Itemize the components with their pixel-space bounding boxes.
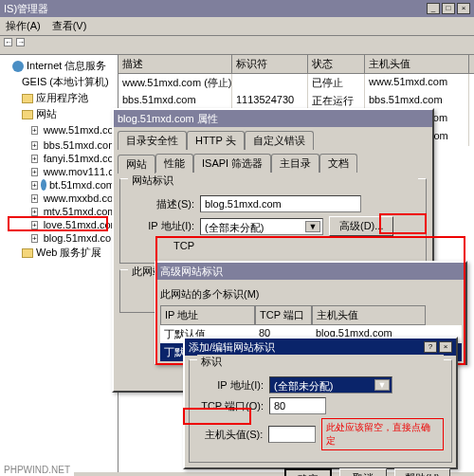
menu-view[interactable]: 查看(V) [52,19,87,33]
adv-table-head: IP 地址 TCP 端口 主机头值 [160,305,462,325]
tree-site[interactable]: +www.mov111.com [3,165,115,178]
expand-icon[interactable]: + [31,126,38,135]
ip-label: IP 地址(I): [128,219,194,233]
tree-pane: Internet 信息服务 GEIS (本地计算机) 应用程序池 网站 +www… [0,55,118,472]
tab-perf[interactable]: 性能 [155,154,193,173]
close-button[interactable]: × [457,3,470,14]
add-ip-label: IP 地址(I): [197,378,264,393]
annotation-note: 此处应该留空，直接点确定 [321,418,444,450]
globe-icon [12,61,24,72]
cancel-button[interactable]: 取消 [339,468,387,476]
col-status[interactable]: 状态 [308,55,365,73]
ip-select[interactable]: (全部未分配) [200,218,323,235]
toolbar-fwd-icon[interactable]: → [16,38,25,46]
tab-security[interactable]: 目录安全性 [118,131,187,150]
watermark: PHPWIND.NET [0,464,74,476]
tree-host[interactable]: GEIS (本地计算机) [3,74,115,90]
col-ip[interactable]: IP 地址 [160,305,255,325]
help-icon[interactable]: ? [424,341,437,353]
tabs-row1: 目录安全性 HTTP 头 自定义错误 [114,127,432,150]
tree-site[interactable]: +bt.51mxd.com [3,178,115,192]
tab-isapi[interactable]: ISAPI 筛选器 [193,154,271,173]
adv-title-bar: 高级网站标识 [156,263,465,280]
toolbar-back-icon[interactable]: ← [4,38,12,46]
col-host[interactable]: 主机头值 [365,55,469,73]
tab-docs[interactable]: 文档 [319,154,357,173]
add-ip-select[interactable]: (全部未分配) [269,376,392,394]
expand-icon[interactable]: + [31,155,38,163]
col-desc[interactable]: 描述 [118,55,232,73]
toolbar: ← → [0,36,474,55]
desc-label: 描述(S): [128,197,194,211]
folder-icon [22,94,33,103]
tree-websites[interactable]: 网站 [3,106,115,122]
add-title: 添加/编辑网站标识 [189,340,275,355]
add-title-bar: 添加/编辑网站标识 ?× [185,339,456,356]
expand-icon[interactable]: + [31,181,38,190]
menu-action[interactable]: 操作(A) [6,19,41,33]
adv-group-label: 此网站的多个标识(M) [160,287,462,302]
tree-site[interactable]: +www.51mxd.com(停 [3,122,115,138]
tree-site[interactable]: +fanyi.51mxd.com [3,152,115,165]
add-group-label: 标识 [197,355,444,369]
add-dialog: 添加/编辑网站标识 ?× 标识 IP 地址(I): (全部未分配) TCP 端口… [183,337,458,469]
close-icon[interactable]: × [439,341,452,353]
window-controls: _ □ × [427,3,470,14]
col-port[interactable]: TCP 端口 [255,305,312,325]
tree-webext[interactable]: Web 服务扩展 [3,245,115,261]
tree-apppool[interactable]: 应用程序池 [3,90,115,106]
tab-http[interactable]: HTTP 头 [187,131,245,150]
menu-bar: 操作(A) 查看(V) [0,17,474,36]
add-buttons: 确定 取消 帮助(H) [191,468,450,476]
list-row[interactable]: www.51mxd.com (停止)已停止www.51mxd.com [118,74,474,92]
props-title-bar: blog.51mxd.com 属性 [114,110,432,127]
maximize-button[interactable]: □ [442,3,455,14]
tcp-label: TCP [128,240,194,251]
site-id-group: 网站标识 描述(S): IP 地址(I): (全部未分配) 高级(D)... T… [119,178,427,264]
main-title: IS)管理器 [4,2,48,16]
add-port-input[interactable] [269,397,326,414]
tree-site[interactable]: +love.51mxd.com [3,218,115,231]
desc-input[interactable] [200,195,361,212]
tab-errors[interactable]: 自定义错误 [245,131,314,150]
expand-icon[interactable]: + [31,194,38,203]
tree-site[interactable]: +bbs.51mxd.com [3,138,115,152]
tree-site[interactable]: +mtv.51mxd.com [3,205,115,218]
adv-title: 高级网站标识 [160,265,223,279]
group-label: 网站标识 [128,174,418,188]
add-host-label: 主机头值(S): [197,428,263,442]
col-host[interactable]: 主机头值 [312,305,426,325]
minimize-button[interactable]: _ [427,3,440,14]
tree-site[interactable]: +www.mxxbd.com [3,192,115,205]
expand-icon[interactable]: + [31,234,38,243]
col-id[interactable]: 标识符 [232,55,308,73]
tabs-row2: 网站 性能 ISAPI 筛选器 主目录 文档 [114,150,432,173]
help-button[interactable]: 帮助(H) [394,468,450,476]
ok-button[interactable]: 确定 [284,468,332,476]
props-title: blog.51mxd.com 属性 [118,112,218,126]
tree-site-blog[interactable]: +blog.51mxd.com [3,231,115,245]
expand-icon[interactable]: + [31,221,38,229]
add-port-label: TCP 端口(O): [197,399,264,413]
add-host-input[interactable] [268,426,316,443]
expand-icon[interactable]: + [31,208,38,216]
expand-icon[interactable]: + [31,168,38,176]
add-group: 标识 IP 地址(I): (全部未分配) TCP 端口(O): 主机头值(S):… [189,359,452,463]
tree-root[interactable]: Internet 信息服务 [3,58,115,74]
main-title-bar: IS)管理器 _ □ × [0,0,474,17]
folder-icon [22,248,33,258]
advanced-button[interactable]: 高级(D)... [329,216,393,236]
expand-icon[interactable]: + [31,141,38,150]
globe-icon [41,179,46,191]
tab-website[interactable]: 网站 [118,155,155,174]
list-header: 描述 标识符 状态 主机头值 [118,55,474,74]
folder-icon [22,110,33,119]
tab-home[interactable]: 主目录 [271,154,319,173]
